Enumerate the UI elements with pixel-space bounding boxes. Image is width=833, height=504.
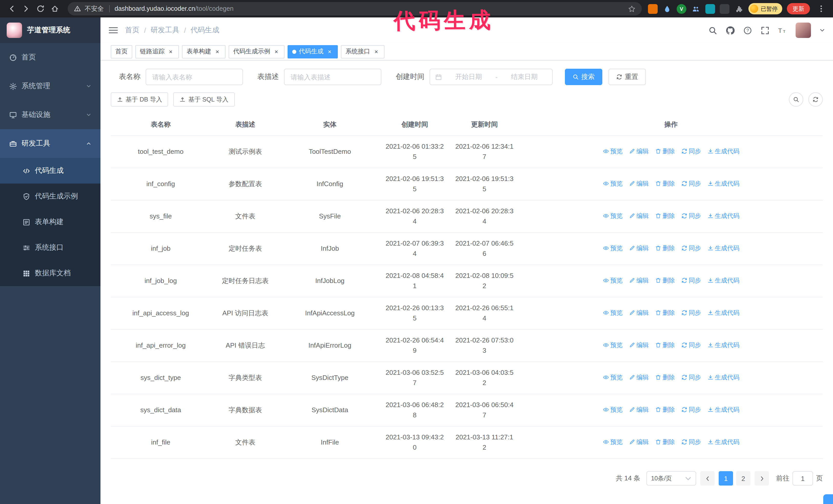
fullscreen-icon[interactable] <box>761 26 769 34</box>
browser-menu-kebab-icon[interactable] <box>814 2 828 16</box>
action-delete-link[interactable]: 删除 <box>655 372 675 383</box>
header-search-icon[interactable] <box>709 26 717 34</box>
extension-icon-5[interactable] <box>705 4 715 14</box>
create-time-range-picker[interactable]: 开始日期 - 结束日期 <box>430 69 553 85</box>
action-generate-link[interactable]: 生成代码 <box>707 405 739 415</box>
extension-icon-4[interactable] <box>691 4 701 14</box>
page-button-2[interactable]: 2 <box>736 471 751 485</box>
tab-form-builder[interactable]: 表单构建× <box>182 45 225 58</box>
extension-icon-3[interactable]: V <box>677 4 686 14</box>
action-preview-link[interactable]: 预览 <box>602 275 623 286</box>
action-preview-link[interactable]: 预览 <box>602 211 623 221</box>
sidebar-item-db-doc[interactable]: 数据库文档 <box>0 261 100 286</box>
sidebar-item-system-api[interactable]: 系统接口 <box>0 235 100 261</box>
action-sync-link[interactable]: 同步 <box>681 308 701 318</box>
action-generate-link[interactable]: 生成代码 <box>707 372 739 383</box>
action-edit-link[interactable]: 编辑 <box>629 372 649 383</box>
user-avatar[interactable] <box>795 23 811 38</box>
logo[interactable]: 芋道管理系统 <box>0 18 100 43</box>
next-page-button[interactable] <box>755 471 769 485</box>
action-preview-link[interactable]: 预览 <box>602 178 623 189</box>
action-generate-link[interactable]: 生成代码 <box>707 178 739 189</box>
action-sync-link[interactable]: 同步 <box>681 211 701 221</box>
action-sync-link[interactable]: 同步 <box>681 437 701 447</box>
action-preview-link[interactable]: 预览 <box>602 372 623 383</box>
avatar-caret-icon[interactable] <box>820 28 825 33</box>
import-db-button[interactable]: 基于 DB 导入 <box>111 92 168 106</box>
action-delete-link[interactable]: 删除 <box>655 437 675 447</box>
tab-codegen[interactable]: 代码生成× <box>288 45 338 58</box>
action-delete-link[interactable]: 删除 <box>655 405 675 415</box>
bookmark-star-icon[interactable] <box>628 5 636 13</box>
action-edit-link[interactable]: 编辑 <box>629 340 649 350</box>
goto-page-input[interactable] <box>792 471 813 485</box>
action-edit-link[interactable]: 编辑 <box>629 308 649 318</box>
browser-forward-icon[interactable] <box>20 2 33 16</box>
action-preview-link[interactable]: 预览 <box>602 340 623 350</box>
action-edit-link[interactable]: 编辑 <box>629 405 649 415</box>
tab-home[interactable]: 首页 <box>111 45 132 58</box>
browser-reload-icon[interactable] <box>34 2 47 16</box>
action-generate-link[interactable]: 生成代码 <box>707 340 739 350</box>
action-generate-link[interactable]: 生成代码 <box>707 211 739 221</box>
table-desc-input[interactable] <box>284 69 381 85</box>
extensions-puzzle-icon[interactable] <box>734 4 744 14</box>
action-generate-link[interactable]: 生成代码 <box>707 243 739 253</box>
action-delete-link[interactable]: 删除 <box>655 178 675 189</box>
action-delete-link[interactable]: 删除 <box>655 211 675 221</box>
sidebar-item-system[interactable]: 系统管理 <box>0 72 100 100</box>
extension-icon-1[interactable] <box>648 4 658 14</box>
action-edit-link[interactable]: 编辑 <box>629 275 649 286</box>
action-generate-link[interactable]: 生成代码 <box>707 308 739 318</box>
browser-back-icon[interactable] <box>5 2 19 16</box>
action-delete-link[interactable]: 删除 <box>655 308 675 318</box>
tab-close-icon[interactable]: × <box>167 48 174 55</box>
action-delete-link[interactable]: 删除 <box>655 340 675 350</box>
browser-update-button[interactable]: 更新 <box>787 3 810 14</box>
toggle-search-button[interactable] <box>789 92 803 106</box>
sidebar-item-codegen[interactable]: 代码生成 <box>0 158 100 184</box>
sidebar-item-home[interactable]: 首页 <box>0 43 100 72</box>
import-sql-button[interactable]: 基于 SQL 导入 <box>173 92 235 106</box>
github-icon[interactable] <box>726 26 735 34</box>
sidebar-toggle-icon[interactable] <box>109 26 118 35</box>
action-sync-link[interactable]: 同步 <box>681 340 701 350</box>
action-generate-link[interactable]: 生成代码 <box>707 275 739 286</box>
action-preview-link[interactable]: 预览 <box>602 308 623 318</box>
action-edit-link[interactable]: 编辑 <box>629 146 649 157</box>
tab-codegen-example[interactable]: 代码生成示例× <box>229 45 285 58</box>
browser-home-icon[interactable] <box>48 2 62 16</box>
page-size-select[interactable]: 10条/页 <box>646 471 696 485</box>
sidebar-item-codegen-example[interactable]: 代码生成示例 <box>0 184 100 209</box>
action-sync-link[interactable]: 同步 <box>681 178 701 189</box>
action-edit-link[interactable]: 编辑 <box>629 178 649 189</box>
extension-icon-6[interactable] <box>720 4 730 14</box>
action-preview-link[interactable]: 预览 <box>602 146 623 157</box>
action-sync-link[interactable]: 同步 <box>681 243 701 253</box>
action-edit-link[interactable]: 编辑 <box>629 211 649 221</box>
action-sync-link[interactable]: 同步 <box>681 405 701 415</box>
action-preview-link[interactable]: 预览 <box>602 437 623 447</box>
tab-system-api[interactable]: 系统接口× <box>341 45 384 58</box>
action-sync-link[interactable]: 同步 <box>681 146 701 157</box>
sidebar-item-dev-tools[interactable]: 研发工具 <box>0 129 100 158</box>
floating-button[interactable] <box>823 494 833 504</box>
action-delete-link[interactable]: 删除 <box>655 146 675 157</box>
search-button[interactable]: 搜索 <box>565 69 602 85</box>
action-sync-link[interactable]: 同步 <box>681 372 701 383</box>
address-bar[interactable]: 不安全 dashboard.yudao.iocoder.cn/tool/code… <box>68 2 642 16</box>
tab-close-icon[interactable]: × <box>273 48 280 55</box>
breadcrumb-item-1[interactable]: 首页 <box>125 26 139 35</box>
breadcrumb-item-2[interactable]: 研发工具 <box>151 26 180 35</box>
refresh-table-button[interactable] <box>808 92 823 106</box>
action-preview-link[interactable]: 预览 <box>602 243 623 253</box>
tab-trace[interactable]: 链路追踪× <box>135 45 179 58</box>
font-size-icon[interactable]: TT <box>778 26 787 34</box>
action-generate-link[interactable]: 生成代码 <box>707 146 739 157</box>
tab-close-icon[interactable]: × <box>373 48 380 55</box>
reset-button[interactable]: 重置 <box>609 69 646 85</box>
tab-close-icon[interactable]: × <box>326 48 333 55</box>
action-edit-link[interactable]: 编辑 <box>629 437 649 447</box>
table-name-input[interactable] <box>146 69 243 85</box>
browser-profile-chip[interactable]: 已暂停 <box>748 3 782 14</box>
